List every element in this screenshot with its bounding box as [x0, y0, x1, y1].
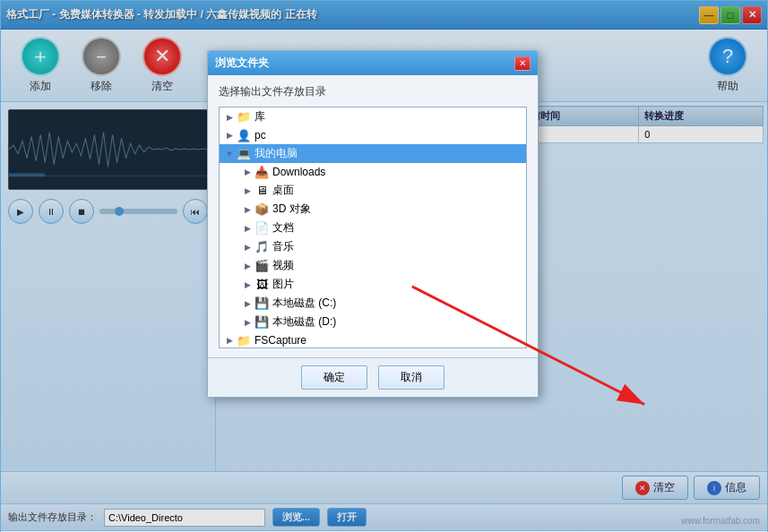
dialog-body: 选择输出文件存放目录 ▶📁库▶👤pc▼💻我的电脑▶📥Downloads▶🖥桌面▶…	[208, 75, 538, 357]
tree-icon-fscapture: 📁	[236, 333, 252, 348]
tree-item-mypc[interactable]: ▼💻我的电脑	[220, 144, 526, 163]
tree-icon-3d: 📦	[254, 202, 270, 217]
tree-expand-diskd[interactable]: ▶	[241, 316, 254, 329]
tree-label-music: 音乐	[272, 239, 294, 254]
browse-folder-dialog: 浏览文件夹 ✕ 选择输出文件存放目录 ▶📁库▶👤pc▼💻我的电脑▶📥Downlo…	[207, 50, 539, 398]
tree-label-desktop: 桌面	[272, 183, 294, 198]
tree-icon-downloads: 📥	[254, 165, 270, 179]
tree-item-diskd[interactable]: ▶💾本地磁盘 (D:)	[220, 313, 526, 331]
tree-icon-pc: 👤	[236, 128, 252, 142]
tree-label-fscapture: FSCapture	[255, 334, 306, 347]
tree-expand-video[interactable]: ▶	[241, 260, 254, 272]
dialog-title-text: 浏览文件夹	[215, 56, 269, 71]
tree-expand-pictures[interactable]: ▶	[241, 279, 254, 291]
tree-expand-ku[interactable]: ▶	[223, 111, 236, 124]
tree-item-fscapture[interactable]: ▶📁FSCapture	[220, 331, 526, 348]
tree-label-pictures: 图片	[272, 277, 294, 292]
tree-item-downloads[interactable]: ▶📥Downloads	[220, 163, 526, 181]
tree-icon-pictures: 🖼	[254, 278, 270, 292]
tree-label-docs: 文档	[272, 220, 294, 236]
tree-item-video[interactable]: ▶🎬视频	[220, 256, 526, 275]
tree-expand-music[interactable]: ▶	[241, 241, 254, 253]
tree-label-mypc: 我的电脑	[255, 146, 298, 161]
tree-expand-3d[interactable]: ▶	[241, 203, 254, 216]
dialog-close-button[interactable]: ✕	[514, 56, 531, 71]
tree-label-downloads: Downloads	[272, 166, 325, 178]
tree-item-docs[interactable]: ▶📄文档	[220, 219, 526, 237]
tree-label-3d: 3D 对象	[272, 202, 311, 217]
tree-item-pc[interactable]: ▶👤pc	[220, 126, 526, 144]
tree-label-diskd: 本地磁盘 (D:)	[272, 314, 336, 330]
tree-icon-video: 🎬	[254, 259, 270, 273]
tree-item-music[interactable]: ▶🎵音乐	[220, 237, 526, 256]
tree-label-diskc: 本地磁盘 (C:)	[272, 296, 336, 311]
dialog-tree[interactable]: ▶📁库▶👤pc▼💻我的电脑▶📥Downloads▶🖥桌面▶📦3D 对象▶📄文档▶…	[219, 107, 527, 348]
tree-expand-downloads[interactable]: ▶	[241, 166, 254, 178]
tree-icon-desktop: 🖥	[254, 184, 270, 198]
tree-expand-fscapture[interactable]: ▶	[223, 334, 236, 347]
tree-icon-music: 🎵	[254, 240, 270, 254]
tree-label-pc: pc	[255, 129, 266, 142]
tree-icon-docs: 📄	[254, 221, 270, 236]
tree-item-diskc[interactable]: ▶💾本地磁盘 (C:)	[220, 294, 526, 313]
tree-expand-pc[interactable]: ▶	[223, 129, 236, 142]
tree-icon-mypc: 💻	[236, 147, 252, 161]
tree-label-video: 视频	[272, 258, 294, 273]
tree-item-pictures[interactable]: ▶🖼图片	[220, 275, 526, 294]
dialog-confirm-button[interactable]: 确定	[301, 365, 367, 390]
tree-icon-diskd: 💾	[254, 315, 270, 330]
tree-expand-diskc[interactable]: ▶	[241, 297, 254, 310]
tree-expand-desktop[interactable]: ▶	[241, 184, 254, 197]
tree-expand-docs[interactable]: ▶	[241, 222, 254, 235]
tree-label-ku: 库	[255, 109, 265, 124]
dialog-footer: 确定 取消	[208, 357, 538, 397]
tree-item-desktop[interactable]: ▶🖥桌面	[220, 181, 526, 200]
tree-icon-diskc: 💾	[254, 296, 270, 311]
app-window: 格式工厂 - 免费媒体转换器 - 转发加载中 / 六鑫传媒视频的 正在转 — □…	[0, 0, 768, 532]
dialog-subtitle: 选择输出文件存放目录	[219, 84, 527, 99]
dialog-overlay: 浏览文件夹 ✕ 选择输出文件存放目录 ▶📁库▶👤pc▼💻我的电脑▶📥Downlo…	[1, 1, 767, 531]
dialog-title-bar: 浏览文件夹 ✕	[208, 51, 538, 75]
dialog-cancel-button[interactable]: 取消	[378, 365, 444, 390]
tree-expand-mypc[interactable]: ▼	[223, 148, 236, 160]
tree-item-ku[interactable]: ▶📁库	[220, 107, 526, 126]
tree-icon-ku: 📁	[236, 110, 252, 124]
tree-item-3d[interactable]: ▶📦3D 对象	[220, 200, 526, 219]
